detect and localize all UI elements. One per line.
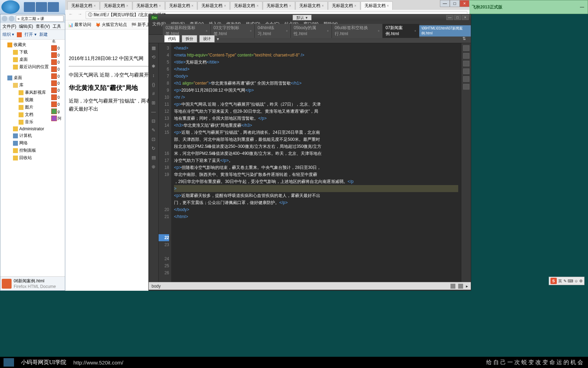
new-button[interactable]: 新建 — [39, 32, 48, 38]
design-view-button[interactable]: 设计 — [199, 35, 215, 42]
file-icon[interactable] — [51, 73, 57, 79]
tab[interactable]: 无标题文档× — [67, 1, 100, 10]
status-icon[interactable] — [450, 284, 455, 289]
col-header[interactable]: 名 — [51, 38, 65, 45]
close-icon[interactable]: × — [322, 4, 324, 8]
menu-edit[interactable]: 编辑(E) — [19, 24, 33, 29]
tree-computer[interactable]: 计算机 — [0, 132, 65, 139]
ime-lang[interactable]: 英 — [558, 278, 562, 284]
tree-admin[interactable]: Administrator — [0, 126, 65, 132]
doc-tab[interactable]: 05body的属性.html× — [291, 24, 332, 38]
tab-active[interactable]: 无标题文档× — [361, 1, 393, 10]
minimize-icon[interactable]: — — [580, 5, 585, 9]
tree-recycle[interactable]: 回收站 — [0, 154, 65, 162]
tool-icon[interactable]: {} — [151, 82, 157, 88]
file-icon[interactable] — [51, 45, 57, 51]
tool-icon[interactable]: ✎ — [151, 127, 157, 134]
file-icon[interactable] — [51, 94, 57, 100]
tree-network[interactable]: 网络 — [0, 139, 65, 147]
tool-icon[interactable]: ⊞ — [151, 100, 157, 106]
panel-icon[interactable] — [463, 68, 469, 74]
ime-tools[interactable]: ✎ ⌨ ☺ ⚙ — [563, 279, 583, 283]
tab[interactable]: 无标题文档× — [328, 1, 360, 10]
close-icon[interactable]: × — [94, 4, 96, 8]
tool-icon[interactable]: ⟲ — [151, 54, 157, 61]
info-icon[interactable]: ⓘ — [88, 12, 92, 18]
file-icon[interactable] — [51, 52, 57, 58]
minimize-button[interactable]: — — [440, 0, 450, 7]
close-icon[interactable]: × — [256, 4, 259, 8]
doc-tab[interactable]: 03文字控制标签.html× — [211, 24, 255, 38]
tool-icon[interactable]: ⊟ — [151, 118, 157, 125]
close-icon[interactable]: × — [126, 4, 128, 8]
code-view-button[interactable]: 代码 — [164, 35, 180, 42]
back-icon[interactable]: ← — [67, 12, 74, 19]
close-icon[interactable]: × — [414, 29, 416, 33]
doc-tab[interactable]: 04html练习.html× — [255, 24, 291, 38]
close-button[interactable]: × — [460, 0, 469, 7]
panel-icon[interactable] — [463, 61, 469, 66]
split-view-button[interactable]: 拆分 — [182, 35, 197, 42]
close-button[interactable]: × — [462, 15, 469, 20]
tool-icon[interactable]: ✱ — [151, 64, 157, 70]
layout-selector[interactable]: 默认 ▾ — [293, 15, 311, 20]
tool-icon[interactable]: ↻ — [151, 146, 157, 152]
close-icon[interactable]: × — [286, 29, 288, 33]
bookmark-fx[interactable]: 🦊 火狐官方站点 — [95, 22, 127, 28]
media-icon[interactable] — [48, 2, 59, 12]
maximize-button[interactable]: □ — [450, 0, 460, 7]
ie-icon[interactable] — [24, 2, 35, 12]
tab[interactable]: 无标题文档× — [133, 1, 165, 10]
tool-icon[interactable]: ▦ — [151, 45, 157, 52]
maximize-button[interactable]: □ — [454, 15, 461, 20]
doc-tab-active[interactable]: 07新闻案例.html× — [383, 24, 419, 38]
start-button[interactable] — [1, 0, 20, 14]
file-icon[interactable] — [51, 59, 57, 65]
forward-icon[interactable] — [9, 16, 14, 21]
close-icon[interactable]: × — [378, 29, 380, 33]
file-icon[interactable] — [51, 66, 57, 72]
explorer-icon[interactable] — [36, 2, 47, 12]
panel-icon[interactable] — [463, 84, 469, 90]
close-icon[interactable]: × — [327, 29, 329, 33]
close-icon[interactable]: × — [250, 29, 252, 33]
tab[interactable]: 无标题文档× — [198, 1, 230, 10]
file-icon[interactable] — [51, 101, 57, 107]
close-icon[interactable]: × — [206, 29, 207, 33]
options-icon[interactable]: ⇅ — [462, 36, 468, 42]
organize-button[interactable]: 组织 ▾ — [2, 32, 14, 38]
panel-icon[interactable] — [463, 45, 469, 51]
forward-icon[interactable]: → — [76, 12, 83, 19]
close-icon[interactable]: × — [354, 4, 356, 8]
doc-tab[interactable]: 06ul标签和空格换行.html× — [332, 24, 383, 38]
menu-view[interactable]: 查看(V) — [36, 24, 50, 29]
menu-tools[interactable]: 工具 — [53, 24, 61, 29]
file-icon[interactable] — [51, 87, 57, 93]
bookmark-most[interactable]: 📊 最常访问 — [68, 22, 91, 28]
code-editor[interactable]: <head><meta http-equiv="Content-Type" co… — [171, 43, 461, 282]
overflow-icon[interactable]: ▸ — [466, 284, 468, 289]
tool-icon[interactable]: ⊕ — [151, 164, 157, 170]
close-icon[interactable]: × — [192, 4, 194, 8]
close-icon[interactable]: × — [387, 4, 389, 8]
file-icon[interactable] — [51, 116, 57, 121]
tab[interactable]: 无标题文档× — [230, 1, 262, 10]
file-icon[interactable] — [51, 80, 57, 86]
menu-file[interactable]: 文件(F) — [2, 24, 16, 29]
tool-icon[interactable]: ▤ — [151, 155, 157, 161]
open-button[interactable]: 打开 ▾ — [25, 32, 36, 38]
back-icon[interactable] — [2, 16, 7, 21]
minimize-button[interactable]: — — [446, 15, 453, 20]
tool-icon[interactable]: ↕ — [151, 73, 157, 79]
close-icon[interactable]: × — [224, 4, 226, 8]
close-icon[interactable]: × — [159, 4, 161, 8]
address-bar[interactable]: « 北京二期 » 课 — [16, 15, 64, 22]
tab[interactable]: 无标题文档× — [295, 1, 328, 10]
tool-icon[interactable]: ⊡ — [151, 137, 157, 143]
tab[interactable]: 无标题文档× — [263, 1, 295, 10]
feiqiu-window[interactable]: 飞秋2013正式版 — — [469, 0, 588, 14]
sogou-icon[interactable]: S — [550, 278, 557, 284]
tab[interactable]: 无标题文档× — [100, 1, 132, 10]
tag-selector[interactable]: body — [152, 284, 161, 289]
tool-icon[interactable]: # — [151, 91, 157, 97]
